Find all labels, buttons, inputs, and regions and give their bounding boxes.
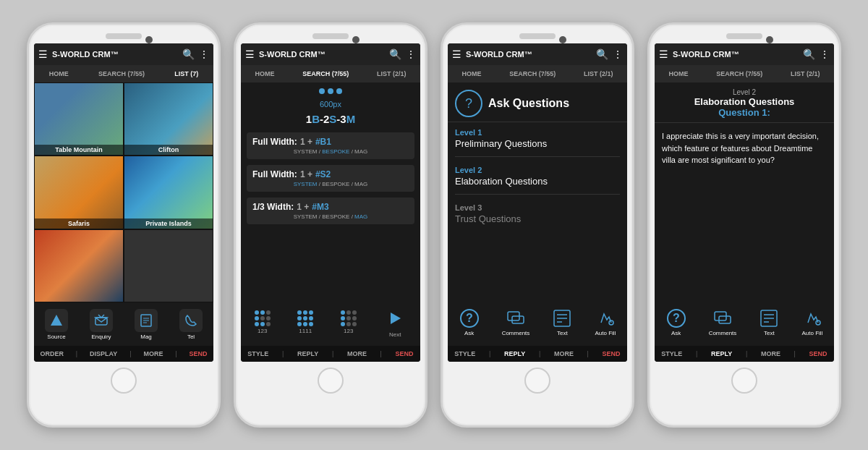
home-btn-4[interactable] bbox=[731, 368, 757, 394]
ask-button-4[interactable]: ? Ask bbox=[666, 308, 686, 336]
home-btn-3[interactable] bbox=[524, 368, 550, 394]
home-btn-2[interactable] bbox=[318, 368, 344, 394]
grid-cell-mountain[interactable]: Table Mountain bbox=[34, 82, 124, 156]
autofill-icon-svg bbox=[595, 308, 616, 328]
hamburger-icon-3[interactable]: ☰ bbox=[452, 48, 461, 60]
more-action-1[interactable]: MORE bbox=[143, 350, 163, 357]
text-icon-4 bbox=[759, 308, 779, 328]
nav-list-1[interactable]: LIST (7) bbox=[171, 70, 201, 77]
ask-level-3[interactable]: Level 3 Trust Questions bbox=[455, 203, 620, 232]
svg-rect-12 bbox=[512, 316, 524, 323]
style-action-4[interactable]: STYLE bbox=[661, 350, 682, 357]
ask-icon-svg: ? bbox=[459, 308, 480, 328]
reply-action-4[interactable]: REPLY bbox=[711, 350, 732, 357]
nav-list-4[interactable]: LIST (2/1) bbox=[788, 70, 823, 77]
home-btn-1[interactable] bbox=[111, 368, 137, 394]
style-bottom-icons-2: 123 1111 123 bbox=[241, 299, 420, 346]
grid-cell-islands[interactable]: Private Islands bbox=[124, 156, 213, 229]
nav-search-3[interactable]: SEARCH (7/55) bbox=[506, 70, 558, 77]
more-action-2[interactable]: MORE bbox=[347, 350, 367, 357]
comments-button-4[interactable]: Comments bbox=[709, 308, 737, 336]
source-button[interactable]: Source bbox=[45, 309, 68, 340]
nav-home-1[interactable]: HOME bbox=[46, 70, 72, 77]
style-row-top-m3: 1/3 Width: 1 + #M3 bbox=[252, 202, 409, 212]
comments-button-3[interactable]: Comments bbox=[502, 308, 530, 336]
top-icons-3: 🔍 ⋮ bbox=[596, 48, 623, 60]
send-action-1[interactable]: SEND bbox=[190, 350, 208, 357]
autofill-button-4[interactable]: Auto Fill bbox=[802, 308, 823, 336]
phone-screen-4: ☰ S-WORLD CRM™ 🔍 ⋮ HOME SEARCH (7/55) LI… bbox=[655, 43, 834, 362]
more-action-4[interactable]: MORE bbox=[761, 350, 780, 357]
autofill-button-3[interactable]: Auto Fill bbox=[595, 308, 616, 336]
nav-bar-4: HOME SEARCH (7/55) LIST (2/1) bbox=[655, 65, 834, 82]
grid-cell-sunset[interactable] bbox=[34, 229, 124, 302]
reply-action-2[interactable]: REPLY bbox=[297, 350, 318, 357]
style-row-m3[interactable]: 1/3 Width: 1 + #M3 SYSTEM / BESPOKE / MA… bbox=[247, 198, 414, 224]
ask-level-name-2: Elaboration Questions bbox=[455, 176, 620, 187]
nav-list-3[interactable]: LIST (2/1) bbox=[581, 70, 616, 77]
ask-bottom-icons-3: ? Ask Comments Text Auto Fill bbox=[448, 299, 627, 346]
send-action-2[interactable]: SEND bbox=[396, 350, 414, 357]
svg-marker-2 bbox=[95, 318, 107, 322]
ask-level-num-3: Level 3 bbox=[455, 203, 620, 212]
search-icon-2[interactable]: 🔍 bbox=[389, 48, 401, 60]
more-icon-2[interactable]: ⋮ bbox=[406, 48, 416, 60]
send-action-4[interactable]: SEND bbox=[809, 350, 827, 357]
style-icon-val-123a: 123 bbox=[258, 328, 267, 334]
hamburger-icon-1[interactable]: ☰ bbox=[38, 48, 48, 60]
style-hash-b1: #B1 bbox=[315, 137, 331, 147]
search-icon-3[interactable]: 🔍 bbox=[596, 48, 608, 60]
style-row-b1[interactable]: Full Width: 1 + #B1 SYSTEM / BESPOKE / M… bbox=[247, 132, 414, 159]
more-action-3[interactable]: MORE bbox=[554, 350, 574, 357]
hamburger-icon-4[interactable]: ☰ bbox=[659, 48, 668, 60]
style-row-s2[interactable]: Full Width: 1 + #S2 SYSTEM / BESPOKE / M… bbox=[247, 165, 414, 192]
send-action-3[interactable]: SEND bbox=[603, 350, 621, 357]
ask-icon-label-3: Ask bbox=[464, 330, 474, 336]
ask-label-4: Ask bbox=[671, 330, 681, 336]
search-icon-4[interactable]: 🔍 bbox=[803, 48, 815, 60]
ask-button-3[interactable]: ? Ask bbox=[459, 308, 480, 336]
ask-level-2[interactable]: Level 2 Elaboration Questions bbox=[455, 166, 620, 195]
ask-level-num-1: Level 1 bbox=[455, 128, 620, 137]
more-icon-4[interactable]: ⋮ bbox=[820, 48, 830, 60]
style-icon-123a[interactable]: 123 bbox=[255, 310, 271, 334]
phone-4: ☰ S-WORLD CRM™ 🔍 ⋮ HOME SEARCH (7/55) LI… bbox=[647, 22, 841, 428]
grid-cell-clifton[interactable]: Clifton bbox=[124, 82, 213, 156]
enquiry-button[interactable]: Enquiry bbox=[90, 309, 113, 340]
more-icon-1[interactable]: ⋮ bbox=[199, 48, 209, 60]
ask-level-1[interactable]: Level 1 Preliminary Questions bbox=[455, 128, 620, 157]
style-icon-123b[interactable]: 123 bbox=[341, 310, 357, 334]
display-action[interactable]: DISPLAY bbox=[90, 350, 117, 357]
more-icon-3[interactable]: ⋮ bbox=[613, 48, 623, 60]
tel-button[interactable]: Tel bbox=[179, 309, 203, 340]
text-button-4[interactable]: Text bbox=[759, 308, 779, 336]
ask-content-3: ? Ask Questions Level 1 Preliminary Ques… bbox=[448, 82, 627, 299]
nav-search-2[interactable]: SEARCH (7/55) bbox=[299, 70, 352, 77]
phone-speaker-1 bbox=[106, 33, 142, 39]
ask-levels-3: Level 1 Preliminary Questions Level 2 El… bbox=[448, 122, 627, 299]
search-icon-1[interactable]: 🔍 bbox=[182, 48, 195, 60]
nav-home-4[interactable]: HOME bbox=[665, 70, 691, 77]
hamburger-icon-2[interactable]: ☰ bbox=[245, 48, 255, 60]
text-label-4: Text bbox=[764, 330, 775, 336]
nav-search-4[interactable]: SEARCH (7/55) bbox=[713, 70, 765, 77]
svg-text:?: ? bbox=[466, 312, 473, 324]
nav-home-2[interactable]: HOME bbox=[252, 70, 277, 77]
style-icon-1111[interactable]: 1111 bbox=[297, 310, 313, 334]
top-bar-4: ☰ S-WORLD CRM™ 🔍 ⋮ bbox=[655, 43, 834, 65]
order-action[interactable]: ORDER bbox=[40, 350, 64, 357]
style-action[interactable]: STYLE bbox=[247, 350, 268, 357]
reply-action-3[interactable]: REPLY bbox=[504, 350, 525, 357]
nav-search-1[interactable]: SEARCH (7/55) bbox=[95, 70, 148, 77]
phone-screen-1: ☰ S-WORLD CRM™ 🔍 ⋮ HOME SEARCH (7/55) LI… bbox=[34, 43, 213, 362]
text-button-3[interactable]: Text bbox=[552, 308, 572, 336]
nav-home-3[interactable]: HOME bbox=[459, 70, 484, 77]
style-action-3[interactable]: STYLE bbox=[454, 350, 475, 357]
nav-list-2[interactable]: LIST (2/1) bbox=[374, 70, 409, 77]
phone-speaker-2 bbox=[312, 33, 349, 39]
comments-icon-4 bbox=[712, 308, 733, 328]
app-title-3: S-WORLD CRM™ bbox=[466, 50, 596, 59]
mag-button[interactable]: Mag bbox=[135, 309, 158, 340]
next-button[interactable]: Next bbox=[383, 307, 407, 338]
grid-cell-safari[interactable]: Safaris bbox=[34, 156, 124, 229]
